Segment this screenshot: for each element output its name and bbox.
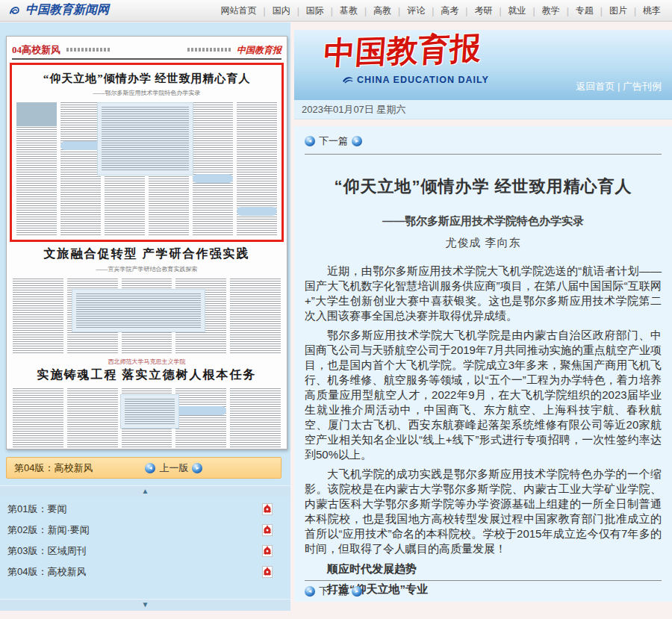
scroll-up-strip[interactable]: ▲ xyxy=(0,485,290,497)
site-logo-swirl-icon xyxy=(7,4,21,17)
nav-item-special[interactable]: 专题 xyxy=(569,4,600,17)
text-column xyxy=(230,279,281,353)
current-edition-bar: 第04版：高校新风 上一版 xyxy=(6,457,281,479)
edition-item-label[interactable]: 第04版：高校新风 xyxy=(7,565,86,579)
nav-item-domestic[interactable]: 国内 xyxy=(266,4,297,17)
down-arrow-icon[interactable]: ▼ xyxy=(142,600,149,609)
newspaper-page-header: 04高校新风 中国教育报 xyxy=(12,40,281,60)
nav-item-gaokao[interactable]: 高考 xyxy=(434,4,465,17)
article-subtitle: ——鄂尔多斯应用技术学院特色办学实录 xyxy=(305,214,662,228)
boxed-text-panel xyxy=(97,102,193,175)
prev-edition-label[interactable]: 上一版 xyxy=(159,461,188,475)
edition-list-item-04[interactable]: 第04版：高校新风 xyxy=(0,562,290,582)
edition-item-label[interactable]: 第03版：区域周刊 xyxy=(7,544,86,558)
fineprint-placeholder xyxy=(187,48,231,52)
nav-item-taoli[interactable]: 桃李 xyxy=(636,4,668,17)
nav-item-pictures[interactable]: 图片 xyxy=(603,4,634,17)
article-photo-placeholder xyxy=(16,102,57,126)
article-paragraph-3: 大飞机学院的成功实践是鄂尔多斯应用技术学院特色办学的一个缩影。该院校是在内蒙古大… xyxy=(305,467,662,556)
scroll-down-strip[interactable]: ▼ xyxy=(0,599,290,610)
next-article-left-icon[interactable] xyxy=(305,136,315,146)
edition-list: 第01版：要闻 第02版：新闻·要闻 第03版：区域周刊 xyxy=(0,499,290,582)
back-home-link[interactable]: 返回首页 xyxy=(576,81,615,92)
section-label-box xyxy=(60,141,101,150)
text-column xyxy=(13,279,63,353)
section-label-box xyxy=(237,207,277,216)
newspaper-edition-label: 04高校新风 xyxy=(12,44,60,55)
masthead-english: CHINA EDUCATION DAILY xyxy=(342,75,489,85)
nav-item-jobs[interactable]: 就业 xyxy=(502,4,533,17)
prev-edition-right-icon[interactable] xyxy=(192,463,202,473)
text-column xyxy=(193,102,233,235)
ad-rates-link[interactable]: 广告刊例 xyxy=(623,81,662,92)
highlighted-article-region[interactable]: “仰天立地”倾情办学 经世致用精心育人 ——鄂尔多斯应用技术学院特色办学实录 xyxy=(10,63,284,242)
header-links: 返回首页 | 广告刊例 xyxy=(576,80,662,93)
preview-article2-subtitle: ——宜宾学院产学研结合教育实践探索 xyxy=(13,265,281,273)
next-article-row-top[interactable]: 下一篇 xyxy=(305,134,662,148)
nav-item-comment[interactable]: 评论 xyxy=(400,4,432,17)
preview-article3-title: 实施铸魂工程 落实立德树人根本任务 xyxy=(13,367,281,383)
boxed-text-panel xyxy=(72,289,206,332)
preview-article1-title: “仰天立地”倾情办学 经世致用精心育人 xyxy=(16,72,277,86)
article-authors: 尤俊成 李向东 xyxy=(305,236,662,250)
text-column xyxy=(175,388,226,450)
text-column xyxy=(13,388,63,450)
preview-article3: 西北师范大学马克思主义学院 实施铸魂工程 落实立德树人根本任务 xyxy=(13,358,281,450)
paper-masthead-header: 中国教育报 CHINA EDUCATION DAILY 返回首页 | 广告刊例 xyxy=(294,30,672,100)
prev-edition-left-icon[interactable] xyxy=(145,463,155,473)
previous-edition-button[interactable]: 上一版 xyxy=(145,461,202,475)
link-separator: | xyxy=(615,81,623,92)
pdf-icon[interactable] xyxy=(262,566,273,578)
edition-list-item-02[interactable]: 第02版：新闻·要闻 xyxy=(0,520,290,541)
next-article-label[interactable]: 下一篇 xyxy=(319,134,348,148)
pdf-icon[interactable] xyxy=(262,545,273,557)
preview-article1-subtitle: ——鄂尔多斯应用技术学院特色办学实录 xyxy=(16,89,277,97)
masthead-english-text: CHINA EDUCATION DAILY xyxy=(357,75,489,85)
page: 中国教育新闻网 网站首页| 国内| 国际| 基教| 高教| 评论| 高考| 考研… xyxy=(0,0,672,619)
article-body: 近期，由鄂尔多斯应用技术学院大飞机学院选送的“航语者计划——国产大飞机数字化智慧… xyxy=(305,264,662,602)
next-article-label[interactable]: 下一篇 xyxy=(319,585,348,598)
newspaper-masthead-small: 中国教育报 xyxy=(237,45,281,55)
article-paragraph-clipped: 进入新时代，如何更好地服务国家战略需要和区域经济社会发展？早规布局… xyxy=(305,601,662,602)
article2-columns xyxy=(13,279,281,353)
article-title: “仰天立地”倾情办学 经世致用精心育人 xyxy=(305,175,662,198)
article3-columns xyxy=(13,388,281,450)
article-reader: 下一篇 “仰天立地”倾情办学 经世致用精心育人 ——鄂尔多斯应用技术学院特色办学… xyxy=(294,126,672,602)
next-article-row-bottom[interactable]: 下一篇 xyxy=(305,585,362,598)
edition-item-label[interactable]: 第02版：新闻·要闻 xyxy=(7,523,90,537)
date-text: 2023年01月07日 星期六 xyxy=(302,103,405,116)
up-arrow-icon[interactable]: ▲ xyxy=(142,487,149,495)
edition-item-label[interactable]: 第01版：要闻 xyxy=(7,503,66,516)
newspaper-page-preview[interactable]: 04高校新风 中国教育报 “仰天立地”倾情办学 经世致用精心育人 ——鄂尔多斯应… xyxy=(6,36,287,450)
text-column xyxy=(16,102,57,235)
article-panel: 中国教育报 CHINA EDUCATION DAILY 返回首页 | 广告刊例 … xyxy=(294,22,672,611)
top-nav-bar: 中国教育新闻网 网站首页| 国内| 国际| 基教| 高教| 评论| 高考| 考研… xyxy=(0,0,672,22)
edition-sidebar: 04高校新风 中国教育报 “仰天立地”倾情办学 经世致用精心育人 ——鄂尔多斯应… xyxy=(0,22,290,611)
current-edition-label: 第04版：高校新风 xyxy=(14,461,93,475)
article-paragraph-2: 鄂尔多斯应用技术学院大飞机学院是由内蒙古自治区政府部门、中国商飞公司与天骄航空公… xyxy=(305,328,662,462)
nav-item-basic-edu[interactable]: 基教 xyxy=(333,4,364,17)
nav-item-teaching[interactable]: 教学 xyxy=(535,4,567,17)
article-subhead-1: 顺应时代发展趋势 xyxy=(305,562,662,576)
edition-list-item-01[interactable]: 第01版：要闻 xyxy=(0,499,290,520)
nav-item-kaoyan[interactable]: 考研 xyxy=(467,4,499,17)
pdf-icon[interactable] xyxy=(262,503,273,515)
text-column xyxy=(230,388,281,450)
section-label-box xyxy=(193,174,233,183)
top-nav-menu: 网站首页| 国内| 国际| 基教| 高教| 评论| 高考| 考研| 就业| 教学… xyxy=(214,0,668,22)
preview-article2-title: 文旅融合促转型 产学研合作强实践 xyxy=(13,246,281,262)
fineprint-placeholder xyxy=(66,48,110,52)
next-article-right-icon[interactable] xyxy=(352,136,362,146)
text-column xyxy=(237,102,277,235)
nav-item-international[interactable]: 国际 xyxy=(299,4,331,17)
nav-item-higher-edu[interactable]: 高教 xyxy=(367,4,398,17)
pdf-icon[interactable] xyxy=(262,524,273,536)
edition-list-item-03[interactable]: 第03版：区域周刊 xyxy=(0,541,290,562)
next-article-left-icon[interactable] xyxy=(305,586,315,597)
nav-item-home[interactable]: 网站首页 xyxy=(214,4,264,17)
next-article-right-icon[interactable] xyxy=(352,586,362,597)
text-column xyxy=(60,102,101,235)
top-divider xyxy=(305,154,662,155)
section-label-box xyxy=(175,406,226,415)
site-logo[interactable]: 中国教育新闻网 xyxy=(7,2,109,18)
